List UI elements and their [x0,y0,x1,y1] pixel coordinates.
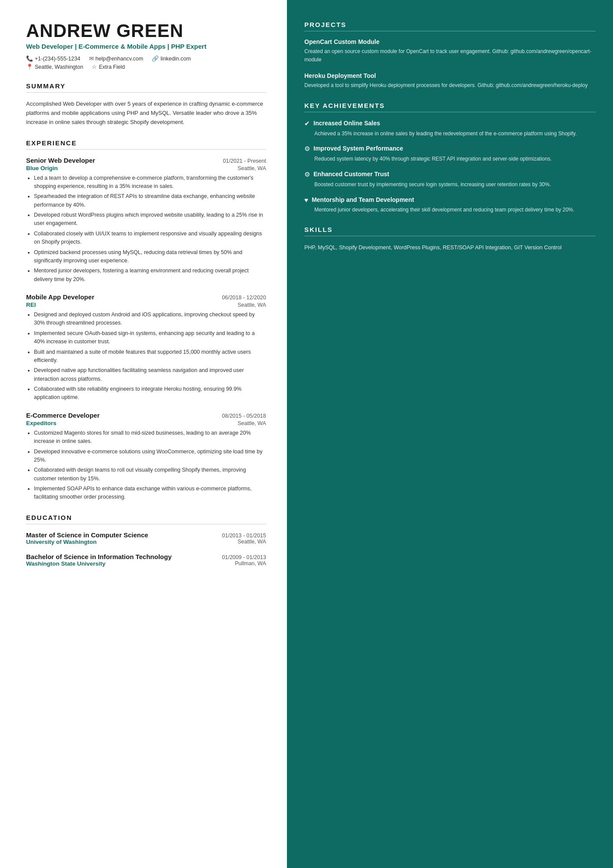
achievement-title-2: Improved System Performance [313,144,403,152]
experience-section: EXPERIENCE Senior Web Developer 01/2021 … [26,139,266,502]
extra-field-contact: ☆ Extra Field [92,64,125,70]
skills-divider [304,236,596,236]
experience-divider [26,149,266,150]
link-icon: 🔗 [152,55,159,62]
edu-school-2: Washington State University [26,560,106,567]
star-icon: ☆ [92,64,97,70]
skills-text: PHP, MySQL, Shopify Development, WordPre… [304,243,596,252]
achievement-desc-4: Mentored junior developers, accelerating… [304,206,596,214]
project-1: OpenCart Custom Module Created an open s… [304,38,596,64]
job-location-2: Seattle, WA [237,302,266,308]
achievement-4: ♥ Mentorship and Team Development Mentor… [304,196,596,214]
edu-degree-2: Bachelor of Science in Information Techn… [26,553,172,560]
achievements-divider [304,112,596,112]
education-divider [26,524,266,524]
skills-title: SKILLS [304,226,596,233]
bullet: Collaborated with design teams to roll o… [34,466,266,483]
edu-block-2: Bachelor of Science in Information Techn… [26,553,266,567]
bullet: Developed native app functionalities fac… [34,366,266,383]
job-bullets-1: Led a team to develop a comprehensive e-… [26,174,266,284]
bullet: Customized Magento stores for small to m… [34,429,266,446]
job-title-3: E-Commerce Developer [26,412,100,419]
checkmark-icon: ✔ [304,120,310,127]
right-column: PROJECTS OpenCart Custom Module Created … [287,0,613,868]
contact-info: 📞 +1-(234)-555-1234 ✉ help@enhancv.com 🔗… [26,55,266,62]
heart-icon: ♥ [304,196,308,204]
edu-school-line-2: Washington State University Pullman, WA [26,560,266,567]
location-value: Seattle, Washington [35,64,83,70]
job-dates-2: 06/2018 - 12/2020 [222,295,266,301]
project-desc-2: Developed a tool to simplify Heroku depl… [304,81,596,90]
candidate-name: ANDREW GREEN [26,21,266,41]
edu-header-2: Bachelor of Science in Information Techn… [26,553,266,560]
project-desc-1: Created an open source custom module for… [304,47,596,64]
achievement-title-3: Enhanced Customer Trust [313,170,389,178]
achievement-desc-2: Reduced system latency by 40% through st… [304,155,596,163]
projects-title: PROJECTS [304,21,596,28]
job-header-1: Senior Web Developer 01/2021 - Present [26,157,266,164]
job-company-1: Blue Origin [26,165,58,171]
email-icon: ✉ [89,55,94,62]
experience-title: EXPERIENCE [26,139,266,147]
job-bullets-2: Designed and deployed custom Android and… [26,311,266,402]
bullet: Led a team to develop a comprehensive e-… [34,174,266,191]
achievement-title-1: Increased Online Sales [313,119,380,127]
linkedin-contact: 🔗 linkedin.com [152,55,190,62]
job-company-2: REI [26,302,36,308]
edu-school-line-1: University of Washington Seattle, WA [26,539,266,545]
job-dates-3: 08/2015 - 05/2018 [222,413,266,419]
job-location-1: Seattle, WA [237,165,266,171]
job-company-line-1: Blue Origin Seattle, WA [26,165,266,171]
edu-school-1: University of Washington [26,539,97,545]
bullet: Built and maintained a suite of mobile f… [34,348,266,365]
phone-contact: 📞 +1-(234)-555-1234 [26,55,80,62]
achievement-desc-3: Boosted customer trust by implementing s… [304,181,596,189]
education-title: EDUCATION [26,514,266,521]
edu-header-1: Master of Science in Computer Science 01… [26,531,266,539]
summary-divider [26,92,266,93]
job-company-3: Expeditors [26,420,57,426]
job-bullets-3: Customized Magento stores for small to m… [26,429,266,502]
job-company-line-3: Expeditors Seattle, WA [26,420,266,426]
achievement-desc-1: Achieved a 35% increase in online sales … [304,130,596,138]
job-header-3: E-Commerce Developer 08/2015 - 05/2018 [26,412,266,419]
candidate-title: Web Developer | E-Commerce & Mobile Apps… [26,43,266,50]
phone-icon: 📞 [26,55,33,62]
job-header-2: Mobile App Developer 06/2018 - 12/2020 [26,293,266,301]
location-info: 📍 Seattle, Washington ☆ Extra Field [26,64,266,70]
summary-section: SUMMARY Accomplished Web Developer with … [26,82,266,127]
bullet: Designed and deployed custom Android and… [34,311,266,328]
resume-header: ANDREW GREEN Web Developer | E-Commerce … [26,21,266,70]
email-value: help@enhancv.com [96,56,143,62]
edu-dates-1: 01/2013 - 01/2015 [222,533,266,539]
linkedin-value: linkedin.com [160,56,190,62]
projects-section: PROJECTS OpenCart Custom Module Created … [304,21,596,90]
gear-icon: ⚙ [304,145,310,153]
gear-icon-2: ⚙ [304,171,310,178]
project-2: Heroku Deployment Tool Developed a tool … [304,72,596,90]
job-block-2: Mobile App Developer 06/2018 - 12/2020 R… [26,293,266,402]
project-name-1: OpenCart Custom Module [304,38,596,45]
project-name-2: Heroku Deployment Tool [304,72,596,79]
summary-title: SUMMARY [26,82,266,90]
achievement-1: ✔ Increased Online Sales Achieved a 35% … [304,119,596,138]
job-location-3: Seattle, WA [237,420,266,426]
location-contact: 📍 Seattle, Washington [26,64,83,70]
bullet: Developed robust WordPress plugins which… [34,211,266,228]
bullet: Collaborated closely with UI/UX teams to… [34,230,266,247]
bullet: Collaborated with site reliability engin… [34,385,266,402]
bullet: Implemented secure OAuth-based sign-in s… [34,329,266,346]
extra-field-value: Extra Field [99,64,125,70]
job-block-1: Senior Web Developer 01/2021 - Present B… [26,157,266,284]
achievement-header-1: ✔ Increased Online Sales [304,119,596,127]
edu-block-1: Master of Science in Computer Science 01… [26,531,266,545]
achievement-3: ⚙ Enhanced Customer Trust Boosted custom… [304,170,596,189]
bullet: Implemented SOAP APIs to enhance data ex… [34,485,266,502]
bullet: Spearheaded the integration of REST APIs… [34,192,266,209]
phone-value: +1-(234)-555-1234 [35,56,80,62]
edu-location-2: Pullman, WA [235,560,266,567]
achievement-header-4: ♥ Mentorship and Team Development [304,196,596,204]
achievements-title: KEY ACHIEVEMENTS [304,102,596,109]
edu-dates-2: 01/2009 - 01/2013 [222,554,266,560]
job-title-2: Mobile App Developer [26,293,94,301]
